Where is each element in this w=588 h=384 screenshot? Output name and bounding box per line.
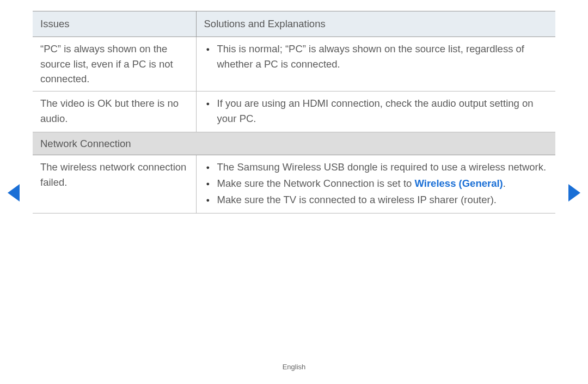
prev-page-arrow[interactable] (8, 184, 20, 202)
solution-item: Make sure the TV is connected to a wirel… (204, 192, 549, 208)
solution-cell: If you are using an HDMI connection, che… (196, 92, 555, 132)
solution-item: If you are using an HDMI connection, che… (204, 96, 549, 126)
wireless-general-link: Wireless (General) (414, 178, 503, 189)
table-row: The wireless network connection failed. … (33, 155, 555, 213)
header-solutions: Solutions and Explanations (196, 11, 555, 37)
page-footer: English (0, 363, 588, 371)
next-page-arrow[interactable] (568, 184, 580, 202)
table-row: The video is OK but there is no audio. I… (33, 92, 555, 132)
table-header-row: Issues Solutions and Explanations (33, 11, 555, 37)
issue-cell: The wireless network connection failed. (33, 155, 196, 213)
solution-cell: This is normal; “PC” is always shown on … (196, 36, 555, 91)
solution-item: Make sure the Network Connection is set … (204, 176, 549, 191)
section-title: Network Connection (33, 132, 555, 155)
header-issues: Issues (33, 11, 196, 37)
solution-item: The Samsung Wireless USB dongle is requi… (204, 160, 549, 175)
table-row: “PC” is always shown on the source list,… (33, 36, 555, 91)
solution-item: This is normal; “PC” is always shown on … (204, 41, 549, 72)
troubleshooting-table: Issues Solutions and Explanations “PC” i… (33, 11, 555, 214)
issue-cell: “PC” is always shown on the source list,… (33, 36, 196, 91)
issue-cell: The video is OK but there is no audio. (33, 92, 196, 132)
solution-text: . (503, 178, 506, 189)
section-header-row: Network Connection (33, 132, 555, 155)
page-content: Issues Solutions and Explanations “PC” i… (0, 0, 588, 214)
solution-text: Make sure the Network Connection is set … (217, 178, 415, 189)
solution-cell: The Samsung Wireless USB dongle is requi… (196, 155, 555, 213)
